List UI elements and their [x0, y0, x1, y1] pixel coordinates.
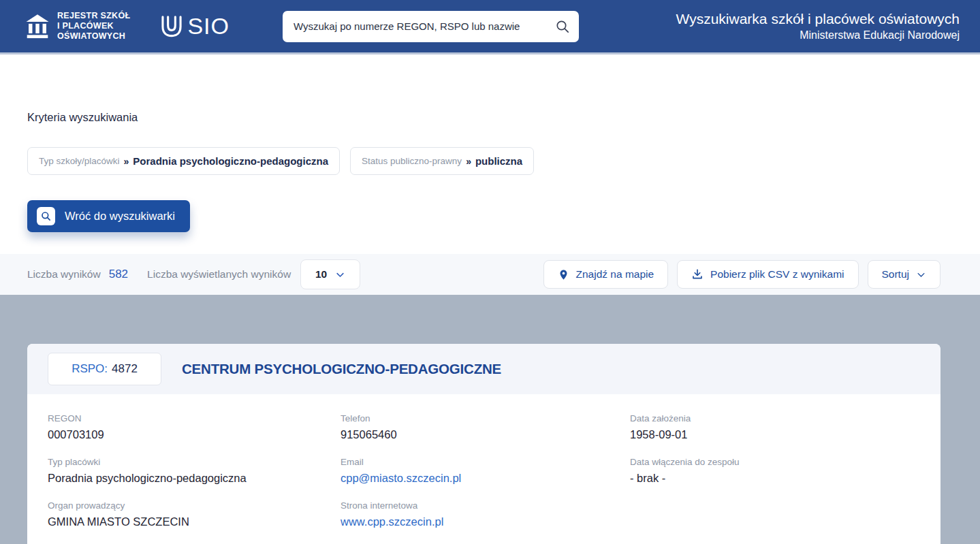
field-value: 915065460	[341, 428, 630, 441]
field-label: Telefon	[341, 413, 630, 423]
result-card: RSPO: 4872 CENTRUM PSYCHOLOGICZNO-PEDAGO…	[27, 344, 941, 544]
results-count-value: 582	[109, 268, 128, 281]
find-on-map-button[interactable]: Znajdź na mapie	[543, 260, 669, 289]
results-count-label: Liczba wyników	[27, 268, 101, 281]
per-page-value: 10	[315, 268, 327, 281]
filter-label: Typ szkoły/placówki	[39, 156, 120, 166]
rspo-label: RSPO:	[72, 362, 108, 376]
per-page-select[interactable]: 10	[300, 259, 360, 289]
find-on-map-label: Znajdź na mapie	[576, 268, 654, 281]
field-label: REGON	[48, 413, 341, 423]
site-title: Wyszukiwarka szkół i placówek oświatowyc…	[676, 10, 960, 28]
sort-button[interactable]: Sortuj	[868, 260, 941, 289]
chevron-down-icon	[916, 270, 926, 280]
field-value: Poradnia psychologiczno-pedagogiczna	[48, 472, 341, 485]
filter-separator: »	[124, 156, 129, 167]
results-actions: Znajdź na mapie Pobierz plik CSV z wynik…	[543, 260, 941, 289]
field-value: - brak -	[630, 472, 920, 485]
back-to-search-label: Wróć do wyszukiwarki	[65, 210, 175, 223]
result-card-body: REGON 000703109 Typ placówki Poradnia ps…	[27, 394, 941, 544]
magnifier-icon	[37, 207, 55, 225]
criteria-section: Kryteria wyszukiwania Typ szkoły/placówk…	[0, 54, 980, 232]
back-to-search-button[interactable]: Wróć do wyszukiwarki	[27, 200, 190, 232]
card-column-1: REGON 000703109 Typ placówki Poradnia ps…	[48, 413, 341, 544]
field-strona-internetowa: Strona internetowa www.cpp.szczecin.pl	[341, 500, 630, 528]
filter-chip-status[interactable]: Status publiczno-prawny » publiczna	[350, 147, 534, 175]
filter-value: Poradnia psychologiczno-pedagogiczna	[133, 155, 328, 167]
card-column-2: Telefon 915065460 Email cpp@miasto.szcze…	[341, 413, 630, 544]
field-label: Data założenia	[630, 413, 920, 423]
sio-logo[interactable]: SIO	[159, 13, 230, 39]
result-card-header: RSPO: 4872 CENTRUM PSYCHOLOGICZNO-PEDAGO…	[27, 344, 941, 394]
field-telefon: Telefon 915065460	[341, 413, 630, 441]
sio-logo-text: SIO	[187, 13, 230, 39]
field-regon: REGON 000703109	[48, 413, 341, 441]
site-subtitle: Ministerstwa Edukacji Narodowej	[676, 29, 960, 42]
institution-name-link[interactable]: CENTRUM PSYCHOLOGICZNO-PEDAGOGICZNE	[182, 361, 501, 377]
rspo-value: 4872	[112, 362, 138, 376]
field-data-wlaczenia: Data włączenia do zespołu - brak -	[630, 457, 920, 485]
sort-label: Sortuj	[882, 268, 910, 281]
rspo-logo[interactable]: REJESTR SZKÓŁ I PLACÓWEK OŚWIATOWYCH	[25, 11, 130, 42]
results-section: RSPO: 4872 CENTRUM PSYCHOLOGICZNO-PEDAGO…	[0, 295, 980, 544]
building-icon	[25, 13, 50, 40]
field-email: Email cpp@miasto.szczecin.pl	[341, 457, 630, 485]
download-csv-button[interactable]: Pobierz plik CSV z wynikami	[677, 260, 858, 289]
field-label: Organ prowadzący	[48, 500, 341, 511]
search-icon[interactable]	[554, 18, 571, 35]
field-label: Strona internetowa	[341, 500, 630, 511]
field-typ-placowki: Typ placówki Poradnia psychologiczno-ped…	[48, 457, 341, 485]
search-input[interactable]	[283, 11, 579, 42]
field-organ-prowadzacy: Organ prowadzący GMINA MIASTO SZCZECIN	[48, 500, 341, 528]
filter-separator: »	[466, 156, 471, 167]
email-link[interactable]: cpp@miasto.szczecin.pl	[341, 472, 630, 485]
header-search	[283, 11, 579, 42]
chevron-down-icon	[335, 270, 345, 280]
download-csv-label: Pobierz plik CSV z wynikami	[710, 268, 844, 281]
rspo-badge[interactable]: RSPO: 4872	[48, 353, 161, 385]
field-label: Data włączenia do zespołu	[630, 457, 920, 467]
filter-chips: Typ szkoły/placówki » Poradnia psycholog…	[27, 147, 953, 175]
field-value: GMINA MIASTO SZCZECIN	[48, 515, 341, 528]
field-data-zalozenia: Data założenia 1958-09-01	[630, 413, 920, 441]
filter-label: Status publiczno-prawny	[362, 156, 462, 166]
results-bar: Liczba wyników 582 Liczba wyświetlanych …	[0, 254, 980, 295]
field-value: 000703109	[48, 428, 341, 441]
criteria-heading: Kryteria wyszukiwania	[27, 54, 953, 124]
filter-value: publiczna	[475, 155, 522, 167]
map-pin-icon	[558, 268, 569, 281]
download-icon	[691, 268, 704, 281]
site-titles: Wyszukiwarka szkół i placówek oświatowyc…	[676, 10, 960, 42]
field-value: 1958-09-01	[630, 428, 920, 441]
app-header: REJESTR SZKÓŁ I PLACÓWEK OŚWIATOWYCH SIO…	[0, 0, 980, 54]
filter-chip-type[interactable]: Typ szkoły/placówki » Poradnia psycholog…	[27, 147, 340, 175]
sio-owl-icon	[159, 14, 185, 39]
per-page-label: Liczba wyświetlanych wyników	[147, 268, 291, 281]
card-column-3: Data założenia 1958-09-01 Data włączenia…	[630, 413, 920, 544]
rspo-logo-text: REJESTR SZKÓŁ I PLACÓWEK OŚWIATOWYCH	[57, 11, 130, 42]
field-label: Typ placówki	[48, 457, 341, 467]
website-link[interactable]: www.cpp.szczecin.pl	[341, 515, 630, 528]
field-label: Email	[341, 457, 630, 467]
